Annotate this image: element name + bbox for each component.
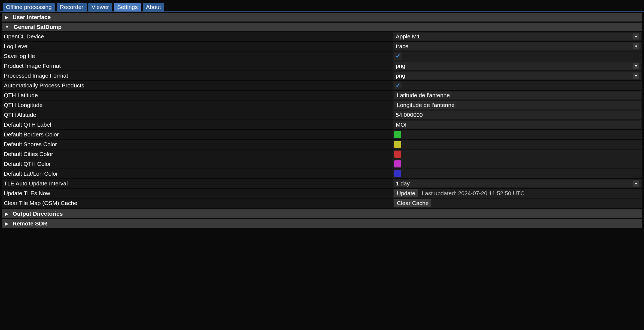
table-row: Log Level trace ▼ [2,42,642,51]
setting-label: QTH Latitude [2,91,393,100]
qth-altitude-input[interactable] [394,111,641,119]
setting-label: Default Shores Color [2,140,393,149]
section-title: Remote SDR [13,220,47,227]
processed-image-format-select[interactable]: png ▼ [394,72,641,80]
setting-label: Default Cities Color [2,149,393,159]
setting-label: Default QTH Label [2,120,393,129]
tab-viewer[interactable]: Viewer [88,3,112,11]
triangle-right-icon: ▶ [5,15,8,20]
general-settings-rows: OpenCL Device Apple M1 ▼ Log Level trace… [2,32,642,208]
tab-about[interactable]: About [143,3,164,11]
table-row: Default Shores Color [2,140,642,149]
setting-label: Log Level [2,42,393,51]
chevron-down-icon: ▼ [633,73,639,79]
table-row: Default Borders Color [2,130,642,140]
table-row: Clear Tile Map (OSM) Cache Clear Cache [2,198,642,208]
select-value: png [396,63,405,69]
chevron-down-icon: ▼ [633,181,639,187]
section-header-output-directories[interactable]: ▶ Output Directories [2,209,642,218]
latlon-color-swatch[interactable] [394,170,401,177]
tab-recorder[interactable]: Recorder [57,3,87,11]
setting-label: TLE Auto Update Interval [2,179,393,188]
table-row: TLE Auto Update Interval 1 day ▼ [2,179,642,189]
setting-label: Clear Tile Map (OSM) Cache [2,198,393,208]
triangle-right-icon: ▶ [5,211,8,216]
section-header-remote-sdr[interactable]: ▶ Remote SDR [2,219,642,228]
qth-color-swatch[interactable] [394,160,401,167]
setting-label: Product Image Format [2,61,393,71]
product-image-format-select[interactable]: png ▼ [394,62,641,70]
select-value: png [396,72,405,79]
setting-label: OpenCL Device [2,32,393,41]
table-row: Product Image Format png ▼ [2,61,642,71]
tab-offline-processing[interactable]: Offline processing [3,3,55,11]
table-row: Default Lat/Lon Color [2,169,642,179]
triangle-down-icon: ▼ [5,25,9,29]
tab-settings[interactable]: Settings [114,3,141,11]
main-tabs: Offline processing Recorder Viewer Setti… [0,0,644,12]
clear-cache-button[interactable]: Clear Cache [394,199,432,207]
setting-label: QTH Longitude [2,100,393,110]
section-header-user-interface[interactable]: ▶ User Interface [2,13,642,22]
setting-label: Processed Image Format [2,71,393,80]
table-row: Processed Image Format png ▼ [2,71,642,81]
setting-label: Save log file [2,51,393,61]
tle-interval-select[interactable]: 1 day ▼ [394,180,641,187]
select-value: 1 day [396,180,410,187]
setting-label: Default Lat/Lon Color [2,169,393,178]
table-row: Update TLEs Now Update Last updated: 202… [2,189,642,198]
chevron-down-icon: ▼ [633,63,639,69]
table-row: QTH Longitude Longitude de l'antenne [2,100,642,110]
table-row: Default QTH Color [2,159,642,169]
chevron-down-icon: ▼ [633,33,639,39]
table-row: Default Cities Color [2,149,642,159]
section-title: General SatDump [14,24,62,30]
table-row: OpenCL Device Apple M1 ▼ [2,32,642,42]
setting-label: Default Borders Color [2,130,393,139]
triangle-right-icon: ▶ [5,221,8,226]
tle-last-updated-text: Last updated: 2024-07-20 11:52:50 UTC [422,190,524,197]
setting-label: Update TLEs Now [2,189,393,198]
setting-label: Automatically Process Products [2,81,393,90]
setting-label: Default QTH Color [2,159,393,169]
update-tle-button[interactable]: Update [394,189,418,197]
select-value: Apple M1 [396,33,420,40]
borders-color-swatch[interactable] [394,131,401,138]
chevron-down-icon: ▼ [633,43,639,49]
table-row: Automatically Process Products ✓ [2,81,642,91]
qth-longitude-input[interactable] [394,101,641,109]
log-level-select[interactable]: trace ▼ [394,42,641,50]
select-value: trace [396,43,409,50]
setting-label: QTH Altitude [2,110,393,120]
cities-color-swatch[interactable] [394,151,401,158]
section-title: Output Directories [13,210,63,217]
table-row: QTH Altitude [2,110,642,120]
shores-color-swatch[interactable] [394,141,401,148]
table-row: QTH Latitude Latitude de l'antenne [2,91,642,100]
table-row: Default QTH Label [2,120,642,130]
auto-process-checkbox[interactable]: ✓ [394,82,402,89]
section-header-general-satdump[interactable]: ▼ General SatDump [2,23,642,31]
opencl-device-select[interactable]: Apple M1 ▼ [394,33,641,40]
section-title: User Interface [13,14,51,20]
default-qth-label-input[interactable] [394,121,641,129]
save-log-file-checkbox[interactable]: ✓ [394,52,402,60]
qth-latitude-input[interactable] [394,91,641,99]
table-row: Save log file ✓ [2,51,642,61]
